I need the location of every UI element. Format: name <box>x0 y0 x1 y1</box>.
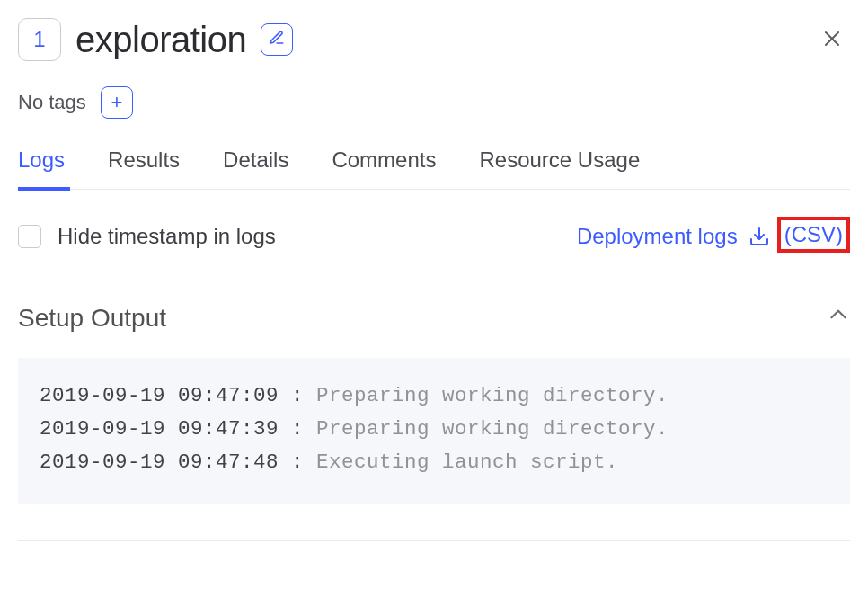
tab-label: Results <box>108 147 180 172</box>
header: 1 exploration <box>18 18 850 61</box>
log-line: 2019-09-19 09:47:09 : Preparing working … <box>40 379 828 413</box>
tab-label: Resource Usage <box>479 147 640 172</box>
chevron-up-icon <box>827 303 850 333</box>
plus-icon: + <box>111 91 122 114</box>
no-tags-label: No tags <box>18 91 86 114</box>
log-timestamp: 2019-09-19 09:47:09 <box>40 384 279 407</box>
tab-logs[interactable]: Logs <box>18 147 65 189</box>
log-message: Preparing working directory. <box>316 417 669 441</box>
tab-comments[interactable]: Comments <box>332 147 436 189</box>
tabs: Logs Results Details Comments Resource U… <box>18 147 850 190</box>
tab-results[interactable]: Results <box>108 147 180 189</box>
section-divider <box>18 540 850 541</box>
pencil-icon <box>269 30 285 49</box>
download-group: Deployment logs (CSV) <box>577 220 850 253</box>
log-output: 2019-09-19 09:47:09 : Preparing working … <box>18 358 850 504</box>
run-number: 1 <box>33 27 45 52</box>
csv-highlight: (CSV) <box>777 217 850 253</box>
deployment-logs-link[interactable]: Deployment logs <box>577 224 738 249</box>
csv-download-link[interactable]: (CSV) <box>784 222 843 246</box>
section-title: Setup Output <box>18 304 166 333</box>
log-message: Preparing working directory. <box>316 384 669 407</box>
log-separator: : <box>279 384 316 407</box>
logs-controls: Hide timestamp in logs Deployment logs (… <box>18 190 850 254</box>
log-timestamp: 2019-09-19 09:47:39 <box>40 417 279 441</box>
log-separator: : <box>279 417 316 441</box>
hide-timestamp-checkbox[interactable] <box>18 225 41 248</box>
tags-row: No tags + <box>18 86 850 119</box>
close-icon <box>821 23 843 56</box>
add-tag-button[interactable]: + <box>101 86 133 119</box>
tab-resource-usage[interactable]: Resource Usage <box>479 147 640 189</box>
log-timestamp: 2019-09-19 09:47:48 <box>40 450 279 474</box>
log-line: 2019-09-19 09:47:39 : Preparing working … <box>40 413 828 446</box>
run-number-badge: 1 <box>18 18 61 61</box>
tab-details[interactable]: Details <box>223 147 288 189</box>
log-message: Executing launch script. <box>316 450 618 474</box>
close-button[interactable] <box>814 22 850 58</box>
setup-output-section: Setup Output 2019-09-19 09:47:09 : Prepa… <box>18 303 850 504</box>
tab-label: Details <box>223 147 288 172</box>
collapse-section-button[interactable] <box>827 303 850 333</box>
hide-timestamp-label: Hide timestamp in logs <box>58 224 276 249</box>
edit-title-button[interactable] <box>261 23 293 56</box>
section-header: Setup Output <box>18 303 850 333</box>
page-title: exploration <box>75 20 246 60</box>
tab-label: Comments <box>332 147 436 172</box>
log-separator: : <box>279 450 316 474</box>
log-line: 2019-09-19 09:47:48 : Executing launch s… <box>40 446 828 479</box>
download-icon[interactable] <box>748 226 770 247</box>
tab-label: Logs <box>18 147 65 172</box>
